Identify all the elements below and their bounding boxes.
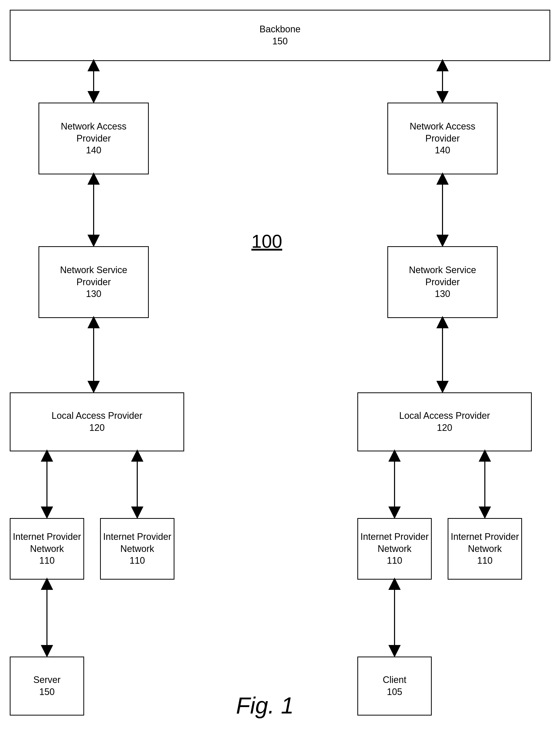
- nsp-left-label: Network ServiceProvider: [60, 264, 127, 288]
- lap-right-label: Local Access Provider: [399, 410, 490, 422]
- ipn-right1-number: 110: [387, 555, 402, 567]
- lap-left-node: Local Access Provider 120: [10, 392, 184, 451]
- ipn-right1-node: Internet ProviderNetwork 110: [357, 518, 432, 579]
- client-label: Client: [383, 674, 406, 686]
- nsp-left-node: Network ServiceProvider 130: [39, 246, 149, 318]
- fig-label: Fig. 1: [236, 692, 294, 719]
- backbone-label: Backbone: [259, 23, 300, 35]
- nsp-right-label: Network ServiceProvider: [409, 264, 476, 288]
- ipn-right2-node: Internet ProviderNetwork 110: [448, 518, 522, 579]
- lap-right-number: 120: [437, 422, 452, 434]
- nsp-right-number: 130: [435, 288, 450, 300]
- server-node: Server 150: [10, 656, 84, 715]
- lap-left-number: 120: [89, 422, 105, 434]
- nap-right-node: Network AccessProvider 140: [387, 103, 498, 175]
- nsp-left-number: 130: [86, 288, 101, 300]
- nap-left-number: 140: [86, 144, 101, 157]
- ipn-right2-number: 110: [477, 555, 493, 567]
- ipn-left2-label: Internet ProviderNetwork: [103, 531, 172, 555]
- nap-right-number: 140: [435, 144, 450, 157]
- diagram: Backbone 150 Network AccessProvider 140 …: [0, 0, 560, 754]
- ipn-left1-node: Internet ProviderNetwork 110: [10, 518, 84, 579]
- ipn-right2-label: Internet ProviderNetwork: [451, 531, 519, 555]
- client-number: 105: [387, 686, 402, 698]
- ipn-left1-number: 110: [39, 555, 55, 567]
- nap-right-label: Network AccessProvider: [410, 121, 475, 145]
- server-number: 150: [39, 686, 55, 698]
- ref-label: 100: [252, 231, 282, 252]
- ipn-left2-node: Internet ProviderNetwork 110: [100, 518, 175, 579]
- ipn-left2-number: 110: [129, 555, 145, 567]
- backbone-number: 150: [272, 35, 287, 47]
- lap-left-label: Local Access Provider: [52, 410, 142, 422]
- ipn-right1-label: Internet ProviderNetwork: [360, 531, 429, 555]
- server-label: Server: [33, 674, 61, 686]
- lap-right-node: Local Access Provider 120: [357, 392, 532, 451]
- backbone-node: Backbone 150: [10, 10, 550, 61]
- nap-left-label: Network AccessProvider: [61, 121, 126, 145]
- ipn-left1-label: Internet ProviderNetwork: [13, 531, 81, 555]
- nap-left-node: Network AccessProvider 140: [39, 103, 149, 175]
- client-node: Client 105: [357, 656, 432, 715]
- nsp-right-node: Network ServiceProvider 130: [387, 246, 498, 318]
